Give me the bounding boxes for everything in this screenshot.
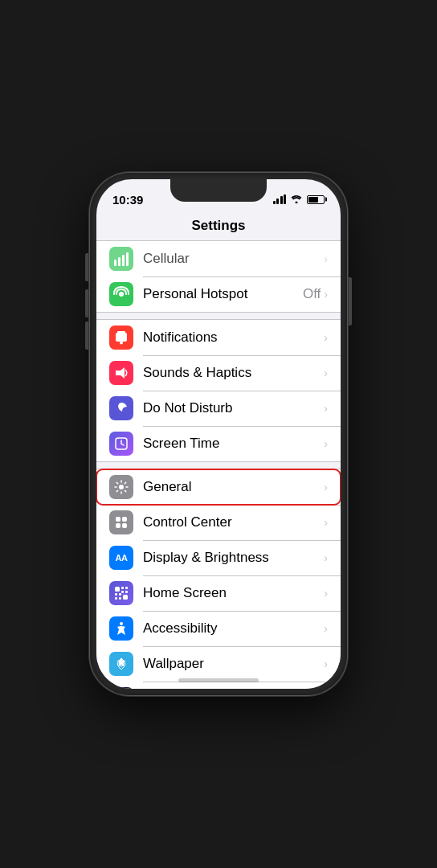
svg-rect-16 — [121, 587, 124, 589]
accessibility-chevron: › — [324, 622, 328, 635]
svg-rect-19 — [125, 591, 128, 593]
svg-rect-2 — [122, 255, 125, 266]
home-screen-label: Home Screen — [143, 585, 324, 601]
screen-time-label: Screen Time — [143, 436, 324, 452]
svg-rect-6 — [117, 331, 125, 334]
notifications-chevron: › — [324, 331, 328, 344]
svg-rect-21 — [119, 593, 121, 596]
settings-group-connectivity: Cellular › Personal Hotspot — [96, 240, 341, 313]
svg-rect-23 — [119, 597, 121, 600]
svg-rect-1 — [118, 257, 120, 266]
accessibility-icon — [109, 616, 133, 641]
settings-row-notifications[interactable]: Notifications › — [96, 320, 341, 355]
control-center-label: Control Center — [143, 514, 324, 530]
notifications-label: Notifications — [143, 330, 324, 346]
svg-point-25 — [120, 622, 123, 625]
svg-rect-0 — [114, 260, 116, 266]
settings-row-screen-time[interactable]: Screen Time › — [96, 426, 341, 461]
svg-rect-15 — [115, 587, 120, 592]
notch — [170, 179, 267, 202]
svg-rect-20 — [115, 593, 117, 596]
svg-marker-8 — [116, 367, 125, 379]
accessibility-label: Accessibility — [143, 620, 324, 637]
settings-row-display[interactable]: AA Display & Brightness › — [96, 540, 341, 575]
settings-row-dnd[interactable]: Do Not Disturb › — [96, 391, 341, 426]
siri-icon — [109, 687, 133, 689]
settings-row-home-screen[interactable]: Home Screen › — [96, 575, 341, 611]
settings-row-cellular[interactable]: Cellular › — [96, 241, 341, 276]
phone-screen: 10:39 — [96, 179, 341, 689]
personal-hotspot-value: Off — [303, 286, 321, 302]
settings-group-system2: General › Control Center › — [96, 469, 341, 689]
settings-row-general[interactable]: General › — [96, 469, 341, 505]
personal-hotspot-icon — [109, 282, 133, 306]
svg-point-4 — [119, 292, 124, 297]
general-chevron: › — [324, 481, 328, 493]
phone-frame: 10:39 — [90, 173, 347, 695]
cellular-label: Cellular — [143, 251, 324, 267]
screen-time-icon — [109, 432, 133, 456]
wallpaper-label: Wallpaper — [143, 656, 324, 672]
svg-point-7 — [120, 342, 123, 345]
settings-row-sounds[interactable]: Sounds & Haptics › — [96, 355, 341, 391]
settings-row-siri[interactable]: Siri & Search › — [96, 682, 341, 689]
status-time: 10:39 — [112, 193, 143, 207]
dnd-label: Do Not Disturb — [143, 400, 324, 416]
display-label: Display & Brightness — [143, 550, 324, 566]
svg-rect-13 — [116, 523, 120, 528]
settings-row-accessibility[interactable]: Accessibility › — [96, 611, 341, 646]
notifications-icon — [109, 326, 133, 350]
svg-rect-11 — [116, 517, 120, 522]
screen-time-chevron: › — [324, 437, 328, 450]
dnd-chevron: › — [324, 402, 328, 415]
svg-rect-14 — [122, 523, 127, 528]
svg-rect-3 — [126, 252, 129, 266]
display-icon: AA — [109, 546, 133, 570]
display-chevron: › — [324, 551, 328, 564]
settings-row-wallpaper[interactable]: Wallpaper › — [96, 646, 341, 682]
sounds-icon — [109, 361, 133, 385]
sounds-label: Sounds & Haptics — [143, 365, 324, 381]
signal-icon — [273, 194, 287, 204]
home-bar — [178, 678, 259, 682]
svg-rect-24 — [123, 595, 128, 600]
cellular-chevron: › — [324, 252, 328, 265]
personal-hotspot-label: Personal Hotspot — [143, 286, 303, 302]
svg-rect-22 — [115, 597, 117, 600]
home-screen-chevron: › — [324, 587, 328, 600]
personal-hotspot-chevron: › — [324, 288, 328, 301]
control-center-icon — [109, 510, 133, 534]
settings-scroll[interactable]: Cellular › Personal Hotspot — [96, 240, 341, 689]
control-center-chevron: › — [324, 516, 328, 529]
svg-rect-17 — [125, 587, 128, 589]
status-icons — [273, 194, 325, 206]
svg-point-10 — [119, 485, 124, 489]
dnd-icon — [109, 396, 133, 420]
cellular-icon — [109, 247, 133, 271]
wallpaper-chevron: › — [324, 657, 328, 670]
home-screen-icon — [109, 581, 133, 605]
sounds-chevron: › — [324, 366, 328, 379]
wifi-icon — [290, 194, 303, 206]
battery-fill — [308, 197, 318, 203]
general-label: General — [143, 479, 324, 495]
settings-row-personal-hotspot[interactable]: Personal Hotspot Off › — [96, 276, 341, 312]
nav-title: Settings — [96, 215, 341, 240]
general-icon — [109, 475, 133, 499]
svg-rect-18 — [121, 591, 124, 593]
settings-row-control-center[interactable]: Control Center › — [96, 505, 341, 540]
settings-group-system1: Notifications › Sounds & Haptics › — [96, 319, 341, 462]
svg-rect-12 — [122, 517, 127, 522]
wallpaper-icon — [109, 652, 133, 676]
battery-icon — [307, 195, 325, 204]
